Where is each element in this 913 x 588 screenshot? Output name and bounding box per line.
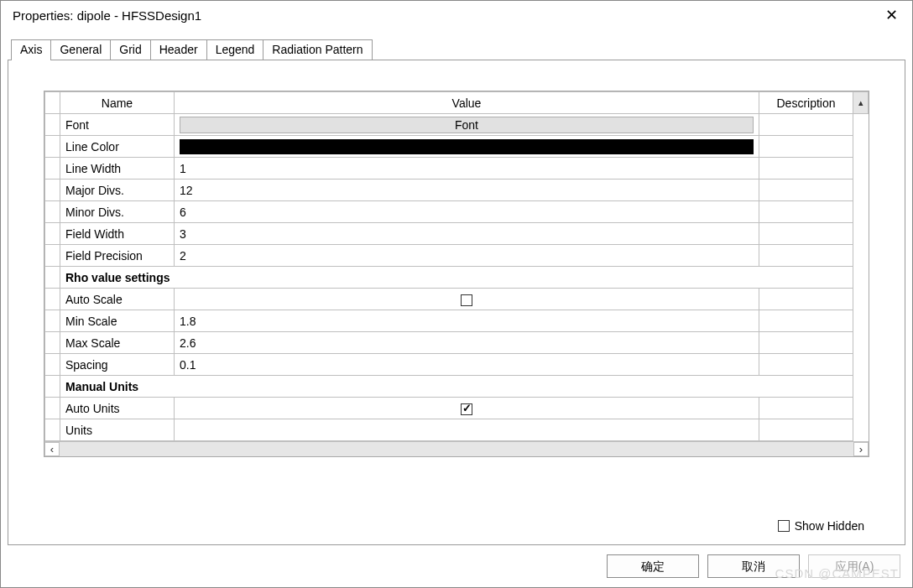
- tab-strip: Axis General Grid Header Legend Radiatio…: [11, 36, 905, 60]
- cell-description: [759, 136, 853, 158]
- cell-value-td[interactable]: 2.6: [175, 332, 759, 354]
- row-selector[interactable]: [45, 332, 60, 354]
- cell-value-td[interactable]: 12: [175, 180, 759, 201]
- client-area: Axis General Grid Header Legend Radiatio…: [1, 29, 912, 545]
- header-value[interactable]: Value: [175, 92, 759, 114]
- scroll-right-icon[interactable]: ›: [853, 442, 869, 456]
- cell-value[interactable]: 2: [180, 249, 186, 263]
- cell-value-td[interactable]: 6: [175, 201, 759, 223]
- table-row: Spacing0.1: [45, 354, 869, 376]
- table-row: Field Width3: [45, 223, 869, 245]
- tab-panel: Name Value Description ▴ FontFontLine Co…: [8, 60, 905, 545]
- dialog-buttons: 确定 取消 应用(A): [1, 545, 912, 587]
- row-selector[interactable]: [45, 223, 60, 245]
- horizontal-scrollbar[interactable]: ‹ ›: [44, 441, 869, 456]
- cell-value[interactable]: 12: [180, 184, 193, 197]
- property-table: Name Value Description ▴ FontFontLine Co…: [44, 91, 869, 441]
- cell-value[interactable]: 6: [180, 206, 186, 219]
- cell-value-td[interactable]: 0.1: [175, 354, 759, 376]
- cell-value[interactable]: 1.8: [180, 315, 196, 328]
- cell-description: [759, 223, 853, 245]
- cell-name: Line Width: [60, 158, 175, 180]
- cell-description: [759, 332, 853, 354]
- checkbox[interactable]: [461, 294, 472, 306]
- scroll-up-icon[interactable]: ▴: [858, 97, 863, 108]
- ok-button[interactable]: 确定: [607, 554, 699, 578]
- tab-axis[interactable]: Axis: [11, 39, 51, 60]
- cell-value-td[interactable]: [175, 136, 759, 158]
- cell-name: Field Width: [60, 223, 175, 245]
- table-row: Min Scale1.8: [45, 310, 869, 332]
- cell-description: [759, 289, 853, 310]
- tab-general[interactable]: General: [50, 39, 111, 60]
- cell-value-td[interactable]: [175, 289, 759, 310]
- cell-value-td[interactable]: 1.8: [175, 310, 759, 332]
- row-selector[interactable]: [45, 114, 60, 136]
- table-row: Minor Divs.6: [45, 201, 869, 223]
- table-row: Max Scale2.6: [45, 332, 869, 354]
- cell-description: [759, 419, 853, 441]
- cell-value-td[interactable]: 3: [175, 223, 759, 245]
- cell-value[interactable]: 2.6: [180, 336, 196, 350]
- cell-description: [759, 245, 853, 267]
- show-hidden-row: Show Hidden: [778, 519, 864, 533]
- row-selector[interactable]: [45, 245, 60, 267]
- checkbox[interactable]: [461, 403, 472, 415]
- row-selector[interactable]: [45, 289, 60, 310]
- header-name[interactable]: Name: [60, 92, 175, 114]
- tab-header[interactable]: Header: [150, 39, 207, 60]
- cell-value[interactable]: 0.1: [180, 358, 196, 372]
- cell-name: Max Scale: [60, 332, 175, 354]
- section-header: Rho value settings: [60, 267, 853, 289]
- cell-value-td[interactable]: 2: [175, 245, 759, 267]
- header-selector: [45, 92, 60, 114]
- table-row: FontFont: [45, 114, 869, 136]
- font-button[interactable]: Font: [180, 117, 754, 133]
- cell-value[interactable]: 1: [180, 162, 186, 175]
- row-selector[interactable]: [45, 201, 60, 223]
- vertical-scrollbar[interactable]: ▴: [853, 92, 869, 114]
- row-selector[interactable]: [45, 354, 60, 376]
- header-description[interactable]: Description: [759, 92, 853, 114]
- cell-description: [759, 114, 853, 136]
- table-row: Auto Units: [45, 398, 869, 419]
- row-selector[interactable]: [45, 158, 60, 180]
- cell-name: Auto Scale: [60, 289, 175, 310]
- scroll-track[interactable]: [60, 442, 853, 456]
- table-row: Field Precision2: [45, 245, 869, 267]
- table-row: Units: [45, 419, 869, 441]
- row-selector[interactable]: [45, 419, 60, 441]
- cell-value-td[interactable]: [175, 419, 759, 441]
- row-selector[interactable]: [45, 310, 60, 332]
- scroll-left-icon[interactable]: ‹: [44, 442, 60, 456]
- window-title: Properties: dipole - HFSSDesign1: [13, 8, 201, 23]
- cell-value-td[interactable]: [175, 398, 759, 419]
- row-selector[interactable]: [45, 136, 60, 158]
- apply-button[interactable]: 应用(A): [808, 554, 900, 578]
- cell-description: [759, 354, 853, 376]
- cancel-button[interactable]: 取消: [707, 554, 800, 578]
- table-row: Rho value settings: [45, 267, 869, 289]
- cell-description: [759, 180, 853, 201]
- title-bar: Properties: dipole - HFSSDesign1 ✕: [1, 1, 912, 29]
- tab-grid[interactable]: Grid: [110, 39, 150, 60]
- row-selector[interactable]: [45, 180, 60, 201]
- cell-value[interactable]: 3: [180, 227, 186, 241]
- color-swatch[interactable]: [180, 139, 754, 154]
- show-hidden-checkbox[interactable]: [778, 520, 790, 532]
- tab-radiation-pattern[interactable]: Radiation Pattern: [263, 39, 372, 60]
- cell-value-td[interactable]: Font: [175, 114, 759, 136]
- row-selector[interactable]: [45, 398, 60, 419]
- cell-name: Field Precision: [60, 245, 175, 267]
- cell-value-td[interactable]: 1: [175, 158, 759, 180]
- property-grid: Name Value Description ▴ FontFontLine Co…: [44, 91, 869, 457]
- cell-name: Auto Units: [60, 398, 175, 419]
- cell-name: Font: [60, 114, 175, 136]
- cell-description: [759, 201, 853, 223]
- close-icon[interactable]: ✕: [882, 8, 900, 23]
- table-row: Manual Units: [45, 376, 869, 398]
- cell-name: Minor Divs.: [60, 201, 175, 223]
- tab-legend[interactable]: Legend: [206, 39, 264, 60]
- row-selector[interactable]: [45, 267, 60, 289]
- row-selector[interactable]: [45, 376, 60, 398]
